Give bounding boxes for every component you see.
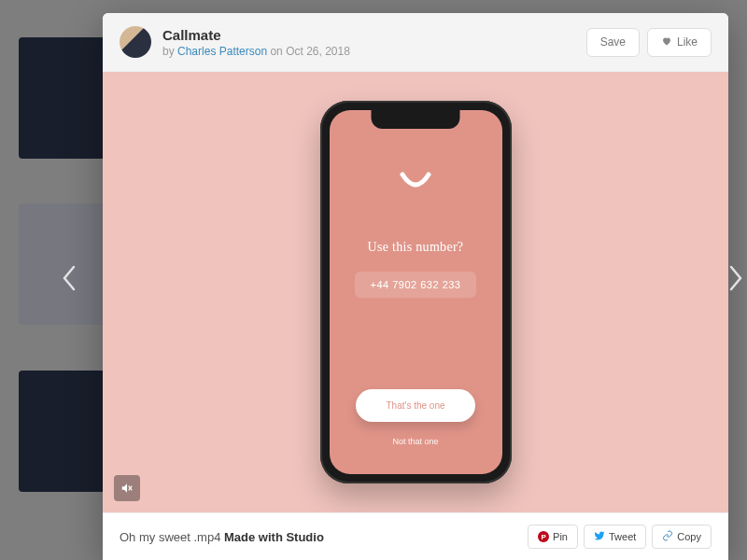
author-avatar[interactable]: [120, 26, 151, 58]
decline-link: Not that one: [392, 437, 438, 446]
pin-button[interactable]: P Pin: [528, 525, 578, 549]
next-shot-arrow[interactable]: [727, 264, 744, 296]
shot-date: Oct 26, 2018: [286, 45, 350, 58]
caption-prefix: Oh my sweet .mp4: [120, 530, 224, 544]
link-icon: [662, 530, 673, 543]
by-prefix: by: [162, 45, 175, 58]
cta-group: That's the one Not that one: [348, 389, 484, 446]
heart-icon: [661, 35, 672, 49]
shot-title: Callmate: [162, 27, 586, 43]
phone-number-chip: +44 7902 632 233: [355, 272, 475, 298]
share-buttons: P Pin Tweet Copy: [528, 525, 712, 549]
save-label: Save: [600, 35, 626, 49]
phone-screen: Use this number? +44 7902 632 233 That's…: [330, 110, 502, 474]
phone-notch: [372, 110, 460, 129]
on-prefix: on: [270, 45, 282, 58]
caption-bold: Made with Studio: [224, 530, 324, 544]
modal-header: Callmate by Charles Patterson on Oct 26,…: [103, 13, 728, 72]
like-label: Like: [677, 35, 698, 49]
tweet-label: Tweet: [609, 531, 636, 542]
prompt-text: Use this number?: [368, 240, 464, 255]
byline: by Charles Patterson on Oct 26, 2018: [162, 45, 586, 58]
save-button[interactable]: Save: [586, 28, 640, 57]
author-link[interactable]: Charles Patterson: [177, 45, 267, 58]
twitter-icon: [594, 530, 605, 543]
modal-footer: Oh my sweet .mp4 Made with Studio P Pin …: [103, 512, 728, 560]
speaker-muted-icon: [120, 482, 134, 495]
header-actions: Save Like: [586, 28, 712, 57]
footer-caption: Oh my sweet .mp4 Made with Studio: [120, 530, 528, 544]
pinterest-icon: P: [538, 531, 549, 542]
prev-shot-arrow[interactable]: [61, 264, 78, 296]
like-button[interactable]: Like: [647, 28, 712, 57]
title-block: Callmate by Charles Patterson on Oct 26,…: [162, 27, 586, 58]
smile-icon: [397, 171, 434, 193]
shot-canvas: Use this number? +44 7902 632 233 That's…: [103, 72, 728, 512]
confirm-button: That's the one: [356, 389, 474, 422]
phone-frame: Use this number? +44 7902 632 233 That's…: [320, 101, 512, 483]
shot-modal: Callmate by Charles Patterson on Oct 26,…: [103, 13, 728, 560]
tweet-button[interactable]: Tweet: [584, 525, 646, 549]
copy-button[interactable]: Copy: [652, 525, 712, 549]
copy-label: Copy: [677, 531, 701, 542]
pin-label: Pin: [553, 531, 568, 542]
mute-button[interactable]: [114, 475, 140, 501]
